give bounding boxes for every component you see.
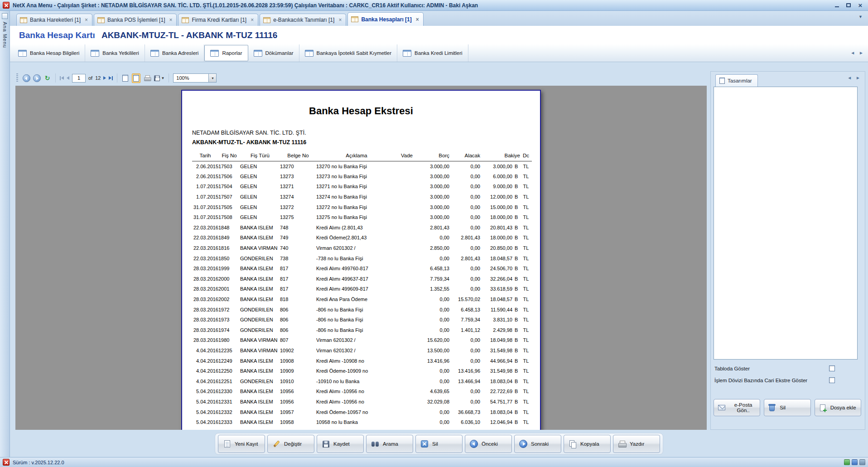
designs-listbox[interactable]	[714, 87, 858, 360]
close-button[interactable]: ×	[855, 1, 865, 9]
zoom-select[interactable]: 100% ▼	[173, 73, 217, 83]
tab-close-icon[interactable]: ×	[85, 17, 88, 23]
card-icon	[254, 50, 262, 57]
cell-dc: TL	[520, 171, 532, 182]
print-button[interactable]	[143, 75, 151, 82]
tray-icon[interactable]	[859, 459, 865, 465]
section-tab[interactable]: Banka Yetkilileri	[85, 44, 145, 62]
first-page-button[interactable]	[60, 76, 64, 80]
dropdown-caret-icon[interactable]: ▼	[161, 76, 164, 80]
tab-close-icon[interactable]: ×	[251, 17, 254, 23]
scroll-right-icon[interactable]: ►	[859, 50, 863, 55]
delete-button[interactable]: Sil	[415, 435, 463, 453]
document-tab[interactable]: Banka POS İşlemleri [1] ×	[94, 14, 177, 26]
cell-fis-no: 1850	[218, 253, 240, 263]
cell-alacak: 13.466,94	[449, 376, 480, 386]
checkbox[interactable]	[829, 365, 835, 371]
cell-fis-no: 12331	[218, 397, 240, 407]
chevron-down-icon[interactable]: ▼	[858, 15, 863, 19]
print-icon	[144, 75, 151, 81]
panel-button-label: e-Posta Gön..	[729, 402, 757, 413]
print-record-button[interactable]: Yazdır	[613, 435, 660, 453]
document-tab[interactable]: e-Bankacılık Tanımları [1] ×	[260, 14, 346, 26]
cell-borc: 15.620,00	[417, 335, 449, 345]
cell-fis-no: 2002	[218, 294, 240, 305]
previous-record-button[interactable]: Önceki	[465, 435, 512, 453]
cell-bakiye: 31.549,98B	[480, 345, 520, 356]
action-button-label: Kaydet	[333, 441, 350, 447]
cell-fis-turu: BANKA ISLEM	[240, 284, 280, 294]
cell-bakiye: 18.048,57B	[480, 253, 520, 263]
document-tab[interactable]: Banka Hareketleri [1] ×	[16, 14, 92, 26]
statement-row: 22.03.2016 1850 GONDERILEN 738 -738 no l…	[192, 253, 532, 263]
cell-tarih: 5.04.2016	[192, 397, 218, 407]
statement-row: 1.07.2015 17507 GELEN 13274 13274 no lu …	[192, 192, 532, 202]
next-icon	[519, 440, 527, 448]
minimize-button[interactable]	[832, 1, 842, 9]
cell-fis-turu: BANKA VIRMAN	[240, 335, 280, 345]
section-tab[interactable]: Banka Hesap Bilgileri	[13, 44, 85, 62]
tray-icon[interactable]	[844, 459, 850, 465]
maximize-button[interactable]	[844, 1, 854, 9]
page-title: Banka Hesap Kartı	[19, 30, 95, 40]
email-send-button[interactable]: e-Posta Gön..	[714, 399, 760, 416]
section-tab[interactable]: Bankaya İpotekli Sabit Kıymetler	[299, 44, 398, 62]
cell-bakiye: 18.083,04B	[480, 407, 520, 417]
refresh-icon[interactable]: ↻	[43, 75, 51, 81]
print-layout-button[interactable]	[132, 73, 140, 83]
edit-button[interactable]: Değiştir	[267, 435, 314, 453]
delete-design-button[interactable]: Sil	[764, 399, 810, 416]
cell-bakiye: 3.000,00B	[480, 161, 520, 171]
cell-dc: TL	[520, 212, 532, 223]
scroll-left-icon[interactable]: ◄	[850, 50, 855, 55]
card-icon	[305, 50, 313, 57]
document-tab[interactable]: Banka Hesapları [1] ×	[347, 12, 423, 26]
cell-vade	[397, 171, 417, 182]
forward-icon[interactable]	[33, 74, 41, 82]
search-button[interactable]: Arama	[366, 435, 413, 453]
section-tab[interactable]: Banka Kredi Limitleri	[397, 44, 468, 62]
section-tabbar: Banka Hesap Bilgileri Banka Yetkilileri …	[10, 44, 868, 62]
tab-close-icon[interactable]: ×	[416, 17, 419, 22]
save-export-button[interactable]: ▼	[154, 75, 164, 81]
zoom-caret-icon[interactable]: ▼	[208, 74, 216, 82]
document-tab[interactable]: Firma Kredi Kartları [1] ×	[178, 14, 258, 26]
page-number-input[interactable]: 1	[72, 74, 86, 83]
page-preview-button[interactable]	[121, 74, 129, 83]
cell-fis-turu: BANKA ISLEM	[240, 407, 280, 417]
section-tab[interactable]: Banka Adresleri	[145, 44, 205, 62]
section-tab[interactable]: Raporlar	[204, 45, 248, 61]
column-header-borc: Borç	[417, 152, 449, 161]
copy-button[interactable]: Kopyala	[564, 435, 611, 453]
save-icon	[154, 75, 160, 81]
add-file-button[interactable]: Dosya ekle	[815, 399, 861, 416]
new-record-button[interactable]: Yeni Kayıt	[218, 435, 265, 453]
attach-icon	[820, 404, 825, 411]
toolbar-grip[interactable]	[16, 73, 18, 83]
cell-vade	[397, 223, 417, 233]
mail-icon	[718, 405, 725, 410]
cell-borc: 13.500,00	[417, 345, 449, 356]
checkbox[interactable]	[829, 377, 835, 383]
section-tab-label: Banka Hesap Bilgileri	[30, 50, 79, 56]
save-record-button[interactable]: Kaydet	[317, 435, 364, 453]
cell-dc: TL	[520, 304, 532, 315]
section-tab[interactable]: Dökümanlar	[248, 44, 299, 62]
tab-designs[interactable]: Tasarımlar	[715, 74, 758, 87]
next-page-button[interactable]	[103, 76, 106, 80]
back-icon[interactable]	[23, 74, 30, 82]
prev-page-button[interactable]	[67, 76, 69, 80]
tab-close-icon[interactable]: ×	[338, 17, 342, 23]
cell-alacak: 0,00	[449, 397, 480, 407]
cell-belge-no: 10902	[280, 345, 316, 356]
cell-dc: TL	[520, 274, 532, 284]
next-record-button[interactable]: Sonraki	[514, 435, 561, 453]
ana-menu-strip[interactable]: Ana Menu	[0, 11, 10, 457]
tray-icon[interactable]	[852, 459, 858, 465]
last-page-button[interactable]	[109, 76, 113, 80]
cell-alacak: 7.759,34	[449, 315, 480, 325]
panel-scroll-right-icon[interactable]: ►	[856, 75, 860, 80]
cell-vade	[397, 192, 417, 202]
tab-close-icon[interactable]: ×	[169, 17, 172, 23]
panel-scroll-left-icon[interactable]: ◄	[847, 75, 852, 80]
